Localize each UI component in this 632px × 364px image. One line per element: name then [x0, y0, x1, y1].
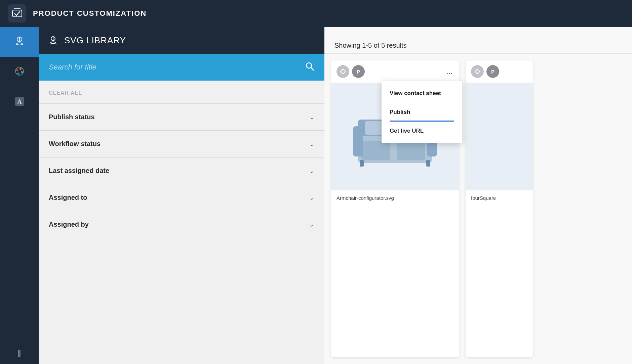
- sidebar-collapse-icon[interactable]: |||: [17, 349, 21, 357]
- card-2-footer: fourSquare: [466, 190, 533, 206]
- filter-panel: SVG LIBRARY CLEAR ALL Publish status ⌄: [39, 27, 324, 364]
- app-logo: [8, 4, 26, 22]
- context-menu-view-contact-sheet[interactable]: View contact sheet: [382, 84, 462, 103]
- filter-label-assigned-by: Assigned by: [49, 221, 89, 228]
- diamond-badge-2: [471, 65, 484, 78]
- filter-label-last-assigned-date: Last assigned date: [49, 167, 109, 175]
- card-2-header: P: [466, 60, 533, 83]
- filter-list: CLEAR ALL Publish status ⌄ Workflow stat…: [39, 81, 324, 364]
- paint-icon: [14, 65, 25, 79]
- library-icon: [14, 35, 25, 49]
- filter-item-assigned-by[interactable]: Assigned by ⌄: [39, 211, 324, 238]
- search-input[interactable]: [49, 63, 301, 72]
- chevron-down-icon: ⌄: [309, 140, 314, 148]
- clear-all-row: CLEAR ALL: [39, 81, 324, 104]
- card-1-header: P …: [331, 60, 459, 83]
- sidebar: A |||: [0, 27, 39, 364]
- context-menu: View contact sheet Publish Get live URL: [382, 81, 462, 143]
- p-badge-2: P: [486, 65, 499, 78]
- search-button[interactable]: [305, 61, 314, 73]
- svg-line-13: [311, 67, 314, 70]
- svg-text:A: A: [17, 98, 22, 105]
- filter-label-assigned-to: Assigned to: [49, 194, 87, 201]
- svg-point-7: [17, 73, 19, 75]
- content-header: Showing 1-5 of 5 results: [324, 27, 632, 54]
- svg-marker-14: [341, 69, 345, 74]
- card-1: P …: [331, 60, 459, 357]
- content-area: Showing 1-5 of 5 results P …: [324, 27, 632, 364]
- chevron-down-icon: ⌄: [309, 167, 314, 175]
- clear-all-button[interactable]: CLEAR ALL: [49, 90, 82, 96]
- cards-grid: P …: [324, 54, 632, 364]
- svg-point-5: [19, 68, 22, 70]
- svg-rect-18: [397, 141, 425, 160]
- text-icon: A: [14, 96, 25, 109]
- filter-item-workflow-status[interactable]: Workflow status ⌄: [39, 131, 324, 157]
- svg-point-4: [16, 69, 18, 71]
- chevron-down-icon: ⌄: [309, 221, 314, 228]
- filter-label-workflow-status: Workflow status: [49, 140, 101, 148]
- p-badge: P: [352, 65, 365, 78]
- sidebar-item-paint[interactable]: [0, 57, 39, 87]
- svg-rect-21: [360, 160, 364, 167]
- svg-point-6: [21, 71, 23, 73]
- card-1-footer: Armchair-configurator.svg: [331, 190, 459, 206]
- svg-rect-19: [353, 126, 363, 156]
- card-2: P fourSquare: [466, 60, 533, 357]
- card-2-badges: P: [471, 65, 499, 78]
- card-2-filename: fourSquare: [471, 195, 496, 201]
- svg-marker-25: [475, 69, 480, 74]
- card-2-image: [466, 83, 533, 190]
- svg-library-header-icon: [49, 35, 59, 45]
- svg-rect-22: [426, 160, 430, 167]
- results-summary: Showing 1-5 of 5 results: [334, 42, 407, 49]
- filter-label-publish-status: Publish status: [49, 113, 95, 121]
- filter-item-last-assigned-date[interactable]: Last assigned date ⌄: [39, 157, 324, 184]
- svg-rect-17: [361, 141, 390, 160]
- main-layout: A ||| SVG LIBRARY: [0, 27, 632, 364]
- context-menu-publish[interactable]: Publish: [382, 103, 462, 122]
- app-title: PRODUCT CUSTOMIZATION: [33, 9, 147, 18]
- topbar: PRODUCT CUSTOMIZATION: [0, 0, 632, 27]
- sidebar-item-text[interactable]: A: [0, 87, 39, 118]
- filter-item-publish-status[interactable]: Publish status ⌄: [39, 104, 324, 131]
- svg-library-title: SVG LIBRARY: [64, 35, 126, 46]
- svg-rect-0: [12, 10, 22, 17]
- context-menu-get-live-url[interactable]: Get live URL: [382, 122, 462, 140]
- search-bar: [39, 54, 324, 81]
- svg-library-header: SVG LIBRARY: [39, 27, 324, 54]
- filter-item-assigned-to[interactable]: Assigned to ⌄: [39, 184, 324, 211]
- chevron-down-icon: ⌄: [309, 194, 314, 201]
- sidebar-item-library[interactable]: [0, 27, 39, 57]
- more-options-button[interactable]: …: [446, 68, 453, 75]
- svg-point-3: [15, 67, 24, 75]
- card-1-filename: Armchair-configurator.svg: [337, 195, 394, 201]
- chevron-down-icon: ⌄: [309, 113, 314, 121]
- card-1-badges: P: [337, 65, 365, 78]
- diamond-badge: [337, 65, 349, 78]
